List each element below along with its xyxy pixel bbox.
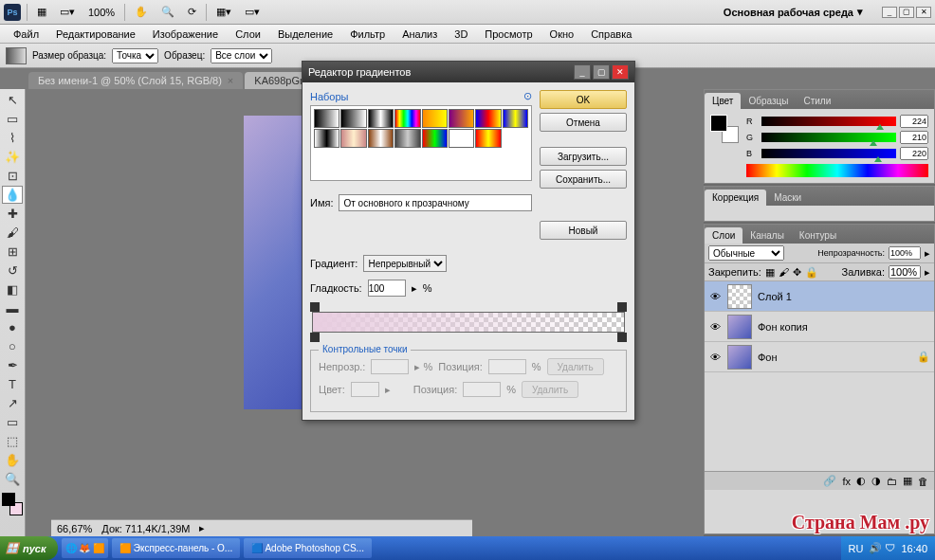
minimize-button[interactable]: _ bbox=[882, 7, 897, 18]
lock-pixels-icon[interactable]: 🖌 bbox=[779, 266, 789, 278]
close-button[interactable]: ✕ bbox=[916, 7, 931, 18]
fx-icon[interactable]: fx bbox=[842, 476, 851, 487]
gradient-preset[interactable] bbox=[394, 109, 420, 128]
menu-Справка[interactable]: Справка bbox=[583, 27, 639, 42]
hand-tool[interactable]: ✋ bbox=[2, 451, 23, 469]
color-stop-right[interactable] bbox=[617, 333, 627, 342]
layer-row[interactable]: 👁Фон🔒 bbox=[705, 342, 934, 372]
link-layers-icon[interactable]: 🔗 bbox=[823, 475, 836, 487]
lasso-tool[interactable]: ⌇ bbox=[2, 129, 23, 147]
eyedropper-tool[interactable]: 💧 bbox=[2, 186, 23, 204]
dialog-max-button[interactable]: ▢ bbox=[593, 64, 610, 80]
fill-flyout-icon[interactable]: ▸ bbox=[925, 266, 930, 279]
visibility-icon[interactable]: 👁 bbox=[708, 352, 722, 363]
lock-pos-icon[interactable]: ✥ bbox=[793, 266, 801, 279]
cancel-button[interactable]: Отмена bbox=[540, 113, 627, 132]
gradient-preset[interactable] bbox=[340, 129, 366, 148]
start-button[interactable]: 🪟 пуск bbox=[0, 536, 58, 560]
blend-mode-select[interactable]: Обычные bbox=[708, 245, 784, 261]
menu-Анализ[interactable]: Анализ bbox=[394, 27, 445, 42]
gradient-preset[interactable] bbox=[475, 109, 501, 128]
tool-preset-icon[interactable] bbox=[6, 47, 27, 64]
maximize-button[interactable]: ▢ bbox=[899, 7, 914, 18]
r-input[interactable] bbox=[900, 115, 928, 128]
spectrum-ramp[interactable] bbox=[746, 164, 928, 177]
panel-tab-Стили[interactable]: Стили bbox=[796, 93, 838, 109]
smoothness-flyout-icon[interactable]: ▸ bbox=[412, 282, 417, 295]
delete-layer-icon[interactable]: 🗑 bbox=[918, 476, 928, 487]
arrange-button[interactable]: ▦▾ bbox=[212, 4, 235, 20]
lock-all-icon[interactable]: 🔒 bbox=[805, 266, 818, 279]
marquee-tool[interactable]: ▭ bbox=[2, 110, 23, 128]
3d-tool[interactable]: ⬚ bbox=[2, 432, 23, 450]
g-input[interactable] bbox=[900, 131, 928, 144]
tray-lang[interactable]: RU bbox=[849, 543, 864, 554]
gradient-preset[interactable] bbox=[475, 129, 501, 148]
visibility-icon[interactable]: 👁 bbox=[708, 321, 722, 333]
panel-tab-Коррекция[interactable]: Коррекция bbox=[705, 190, 766, 206]
gradient-preset[interactable] bbox=[368, 109, 394, 128]
mask-icon[interactable]: ◐ bbox=[856, 475, 866, 487]
menu-Окно[interactable]: Окно bbox=[542, 27, 582, 42]
ok-button[interactable]: OK bbox=[540, 90, 627, 109]
menu-Слои[interactable]: Слои bbox=[228, 27, 268, 42]
zoom-icon[interactable]: 🔍 bbox=[157, 4, 178, 20]
status-zoom[interactable]: 66,67% bbox=[57, 523, 92, 534]
gradient-preset[interactable] bbox=[368, 129, 394, 148]
group-icon[interactable]: 🗀 bbox=[887, 476, 897, 487]
gradient-preset[interactable] bbox=[314, 129, 339, 148]
workspace-switcher[interactable]: Основная рабочая среда ▾ bbox=[718, 4, 869, 20]
sample-size-select[interactable]: Точка bbox=[112, 48, 158, 63]
new-layer-icon[interactable]: ▦ bbox=[903, 475, 912, 487]
adjustment-layer-icon[interactable]: ◑ bbox=[871, 475, 881, 487]
gradient-preset[interactable] bbox=[422, 129, 448, 148]
panel-tab-Образцы[interactable]: Образцы bbox=[741, 93, 796, 109]
stamp-tool[interactable]: ⊞ bbox=[2, 243, 23, 261]
smoothness-input[interactable] bbox=[368, 280, 406, 297]
panel-tab-Контуры[interactable]: Контуры bbox=[792, 227, 844, 244]
menu-Изображение[interactable]: Изображение bbox=[145, 27, 226, 42]
panel-tab-Каналы[interactable]: Каналы bbox=[742, 227, 792, 244]
menu-Редактирование[interactable]: Редактирование bbox=[48, 27, 143, 42]
tray-icons[interactable]: 🔊 🛡 bbox=[869, 542, 895, 554]
sample-select[interactable]: Все слои bbox=[211, 48, 272, 63]
crop-tool[interactable]: ⊡ bbox=[2, 167, 23, 185]
gradient-preset[interactable] bbox=[314, 109, 339, 128]
panel-color-swatches[interactable] bbox=[710, 115, 739, 143]
shape-tool[interactable]: ▭ bbox=[2, 413, 23, 431]
gradient-preset[interactable] bbox=[449, 129, 474, 148]
document-tab[interactable]: Без имени-1 @ 50% (Слой 15, RGB/8)× bbox=[28, 72, 243, 89]
menu-Просмотр[interactable]: Просмотр bbox=[477, 27, 540, 42]
g-slider[interactable] bbox=[761, 133, 896, 142]
menu-Файл[interactable]: Файл bbox=[6, 27, 46, 42]
dialog-titlebar[interactable]: Редактор градиентов _ ▢ ✕ bbox=[302, 62, 634, 82]
save-button[interactable]: Сохранить... bbox=[540, 170, 627, 189]
b-input[interactable] bbox=[900, 147, 928, 160]
fill-input[interactable] bbox=[889, 265, 921, 279]
b-slider[interactable] bbox=[761, 149, 896, 158]
viewmode-button[interactable]: ▭▾ bbox=[56, 4, 79, 20]
type-tool[interactable]: T bbox=[2, 375, 23, 393]
menu-Выделение[interactable]: Выделение bbox=[270, 27, 340, 42]
bridge-button[interactable]: ▦ bbox=[33, 4, 50, 20]
move-tool[interactable]: ↖ bbox=[2, 91, 23, 109]
status-arrow-icon[interactable]: ▸ bbox=[199, 522, 205, 534]
close-tab-icon[interactable]: × bbox=[228, 75, 233, 86]
rotate-icon[interactable]: ⟳ bbox=[184, 4, 200, 20]
gradient-preset[interactable] bbox=[422, 109, 448, 128]
gradient-preset[interactable] bbox=[449, 109, 474, 128]
visibility-icon[interactable]: 👁 bbox=[708, 291, 722, 302]
opacity-input[interactable] bbox=[889, 246, 921, 260]
r-slider[interactable] bbox=[761, 117, 896, 126]
gradient-preset[interactable] bbox=[394, 129, 420, 148]
pen-tool[interactable]: ✒ bbox=[2, 356, 23, 374]
opacity-stop-left[interactable] bbox=[310, 302, 320, 312]
taskbar-item[interactable]: 🟦 Adobe Photoshop CS... bbox=[244, 538, 372, 558]
wand-tool[interactable]: ✨ bbox=[2, 148, 23, 166]
dodge-tool[interactable]: ○ bbox=[2, 337, 23, 355]
color-swatches[interactable] bbox=[2, 493, 23, 515]
zoom-level[interactable]: 100% bbox=[84, 5, 119, 20]
gradient-preset[interactable] bbox=[340, 109, 366, 128]
panel-tab-Цвет[interactable]: Цвет bbox=[705, 93, 741, 109]
gradient-type-select[interactable]: Непрерывный bbox=[363, 255, 447, 272]
